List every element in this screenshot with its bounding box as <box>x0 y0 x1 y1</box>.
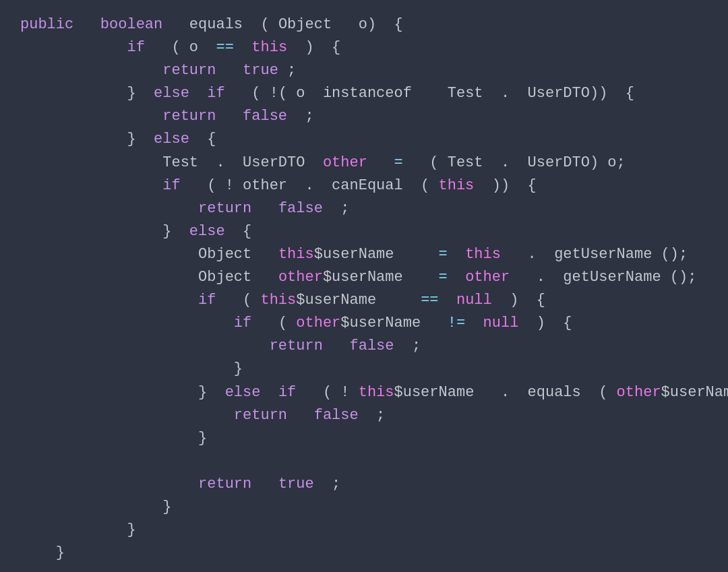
line-10: } else { <box>20 220 708 243</box>
line-12: Object other$userName = other . getUserN… <box>20 266 708 289</box>
line-6: } else { <box>20 128 708 151</box>
line-21: } <box>20 496 708 519</box>
line-14: if ( other$userName != null ) { <box>20 312 708 335</box>
line-22: } <box>20 519 708 542</box>
line-4: } else if ( !( o instanceof Test . UserD… <box>20 82 708 105</box>
line-9: return false ; <box>20 197 708 220</box>
line-15: return false ; <box>20 335 708 358</box>
line-8: if ( ! other . canEqual ( this )) { <box>20 174 708 197</box>
line-17: } else if ( ! this$userName . equals ( o… <box>20 381 708 404</box>
line-20: return true ; <box>20 473 708 496</box>
line-19: } <box>20 427 708 450</box>
line-16: } <box>20 358 708 381</box>
line-7: Test . UserDTO other = ( Test . UserDTO)… <box>20 152 708 174</box>
line-18: return false ; <box>20 404 708 427</box>
line-11: Object this$userName = this . getUserNam… <box>20 243 708 266</box>
line-23: } <box>20 542 708 565</box>
line-1: public boolean equals ( Object o) { <box>20 13 708 36</box>
line-3: return true ; <box>20 59 708 82</box>
code-viewer: public boolean equals ( Object o) { if (… <box>0 0 728 572</box>
line-13: if ( this$userName == null ) { <box>20 289 708 312</box>
line-5: return false ; <box>20 105 708 128</box>
line-2: if ( o == this ) { <box>20 36 708 59</box>
line-blank <box>20 450 708 473</box>
